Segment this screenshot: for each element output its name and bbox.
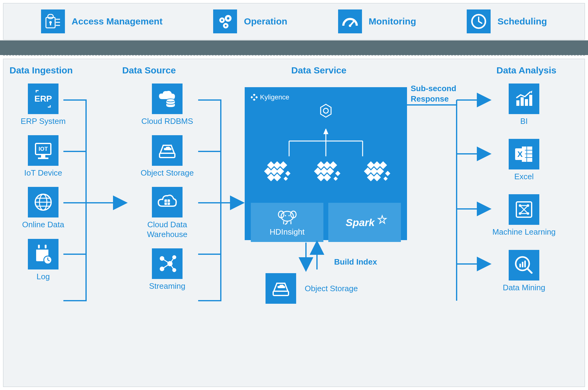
section-title-source: Data Source [122, 65, 176, 76]
disk-icon [152, 135, 183, 166]
globe-icon [28, 187, 58, 217]
section-title-service: Data Service [291, 65, 346, 76]
cube-icon [359, 159, 393, 187]
query-node-icon [318, 103, 334, 121]
excel-icon: X [509, 139, 539, 169]
object-storage-bottom: Object Storage [266, 273, 358, 304]
svg-rect-37 [160, 153, 175, 158]
node-online: Online Data [13, 187, 74, 229]
divider-band [0, 40, 588, 55]
node-label: Streaming [149, 281, 186, 291]
top-item-monitoring: Monitoring [338, 9, 416, 33]
node-bi: BI [481, 84, 567, 126]
source-column: Cloud RDBMS Object Storage Cloud Data Wa… [132, 84, 202, 291]
top-item-access: Access Management [41, 9, 163, 33]
lock-icon [41, 9, 65, 33]
node-cloud-dw: Cloud Data Warehouse [132, 187, 202, 239]
stream-icon [152, 248, 183, 279]
top-label: Scheduling [497, 16, 547, 27]
cloud-db-icon [152, 84, 183, 114]
svg-rect-31 [45, 245, 47, 248]
svg-rect-126 [524, 261, 526, 267]
svg-rect-103 [525, 99, 528, 106]
disk-icon [266, 273, 296, 304]
svg-point-12 [225, 25, 227, 27]
node-label: ERP System [21, 117, 66, 126]
node-label: Data Mining [503, 283, 545, 292]
service-box: Kyligence [245, 87, 407, 240]
svg-rect-51 [251, 96, 253, 98]
node-label: Excel [514, 172, 534, 181]
svg-line-46 [162, 258, 170, 264]
cloud-dw-icon [152, 187, 183, 217]
main-panel: Data Ingestion Data Source Data Service … [3, 59, 585, 387]
svg-rect-100 [273, 291, 288, 295]
node-streaming: Streaming [132, 248, 202, 291]
engine-row: HDInsight Spark [251, 203, 401, 242]
ingestion-column: ERP ERP System IOT IoT Device Online Dat… [13, 84, 74, 281]
node-label: Cloud RDBMS [141, 117, 193, 126]
node-label: Log [36, 272, 50, 281]
node-ml: Machine Learning [481, 194, 567, 237]
iot-icon: IOT [28, 135, 58, 166]
svg-point-97 [288, 215, 290, 216]
svg-rect-125 [522, 262, 523, 267]
svg-rect-124 [519, 264, 521, 267]
cube-icon [309, 159, 343, 187]
svg-text:ERP: ERP [34, 94, 52, 103]
elephant-icon [277, 208, 298, 225]
svg-point-8 [227, 17, 229, 20]
engine-hdinsight: HDInsight [251, 203, 323, 242]
gauge-icon [338, 9, 362, 33]
chart-icon [509, 84, 539, 114]
divider-dash [3, 55, 585, 56]
top-label: Access Management [72, 16, 163, 27]
svg-line-47 [162, 264, 170, 269]
section-title-ingestion: Data Ingestion [9, 65, 73, 76]
svg-rect-102 [521, 97, 524, 106]
node-object-storage: Object Storage [132, 135, 202, 178]
node-label: Machine Learning [492, 227, 556, 237]
top-panel: Access Management Operation Monitoring S… [3, 3, 585, 40]
node-erp: ERP ERP System [13, 84, 74, 126]
kyligence-logo-icon [251, 94, 258, 101]
svg-rect-22 [38, 158, 48, 159]
svg-point-54 [323, 108, 328, 113]
svg-rect-104 [529, 95, 532, 106]
svg-rect-80 [334, 176, 338, 181]
gears-icon [213, 9, 237, 33]
svg-rect-53 [253, 98, 255, 101]
node-cloud-rdbms: Cloud RDBMS [132, 84, 202, 126]
ml-icon [509, 194, 539, 225]
svg-rect-21 [41, 155, 45, 158]
svg-rect-89 [385, 171, 390, 176]
node-label: Object Storage [141, 168, 194, 178]
svg-rect-3 [50, 23, 51, 25]
svg-rect-79 [335, 171, 340, 176]
node-label: Cloud Data Warehouse [147, 220, 187, 239]
top-item-scheduling: Scheduling [467, 9, 547, 33]
engine-label: HDInsight [270, 227, 304, 237]
node-label: IoT Device [24, 168, 62, 178]
svg-rect-30 [38, 245, 40, 248]
log-icon [28, 239, 58, 269]
svg-rect-1 [48, 14, 53, 19]
erp-icon: ERP [28, 84, 58, 114]
magnify-icon [509, 250, 539, 280]
cube-icon [259, 159, 293, 187]
top-label: Monitoring [369, 16, 416, 27]
kyligence-brand: Kyligence [251, 93, 401, 101]
node-mining: Data Mining [481, 250, 567, 292]
spark-icon: Spark [342, 213, 388, 232]
svg-point-96 [285, 215, 286, 216]
node-log: Log [13, 239, 74, 281]
top-item-operation: Operation [213, 9, 287, 33]
svg-marker-99 [378, 216, 386, 223]
svg-rect-52 [255, 96, 258, 98]
node-iot: IOT IoT Device [13, 135, 74, 178]
svg-rect-70 [284, 176, 288, 181]
node-label: BI [520, 117, 528, 126]
architecture-diagram: Access Management Operation Monitoring S… [0, 0, 588, 390]
object-storage-label: Object Storage [305, 284, 358, 293]
svg-line-17 [479, 21, 482, 23]
